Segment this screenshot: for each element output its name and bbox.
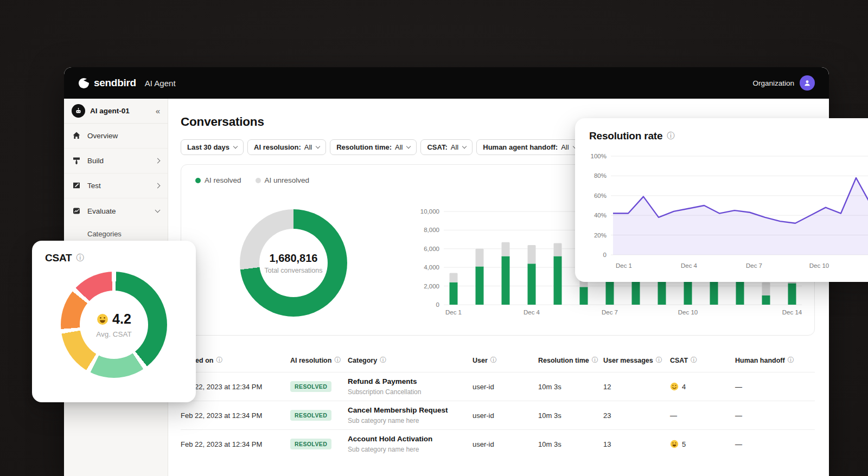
column-header-csat: CSATⓘ (670, 356, 735, 365)
filter-resolution-time[interactable]: Resolution time:All (330, 139, 417, 155)
table-row[interactable]: Feb 22, 2023 at 12:34 PMRESOLVEDCancel M… (181, 401, 815, 429)
filter-label: Resolution time: (336, 143, 392, 151)
chevron-right-icon (155, 183, 161, 189)
home-icon (72, 131, 81, 140)
cell-category: Cancel Membership Request (348, 406, 473, 414)
sidebar-collapse-icon[interactable]: « (156, 106, 160, 115)
cell-csat: 4 (682, 383, 686, 391)
filter-value: All (304, 143, 312, 151)
csat-card-title: CSAT (45, 252, 72, 264)
resolution-rate-title: Resolution rate (589, 130, 662, 142)
cell-user: user-id (473, 411, 538, 420)
filter-value: All (451, 143, 458, 151)
status-badge: RESOLVED (290, 410, 331, 421)
info-icon[interactable]: ⓘ (490, 356, 497, 365)
svg-text:2,000: 2,000 (424, 283, 439, 290)
column-header-label: User (473, 357, 488, 364)
filter-value: All (561, 143, 569, 151)
cell-user-messages: 13 (603, 440, 670, 448)
cell-closed-on: Feb 22, 2023 at 12:34 PM (181, 440, 290, 448)
filter-last-30-days[interactable]: Last 30 days (181, 139, 244, 155)
svg-text:Dec 4: Dec 4 (681, 262, 698, 269)
cell-subcategory: Subscription Cancellation (348, 388, 473, 396)
svg-text:10,000: 10,000 (420, 208, 439, 215)
svg-text:Dec 10: Dec 10 (809, 262, 829, 269)
legend-ai-resolved[interactable]: AI resolved (195, 176, 241, 184)
top-navbar: sendbird AI Agent Organization (64, 67, 829, 99)
sidebar-subitem-label: Categories (87, 230, 122, 238)
column-header-category: Categoryⓘ (348, 356, 473, 365)
filter-ai-resolusion[interactable]: AI resolusion:All (247, 139, 326, 155)
chevron-down-icon (233, 144, 238, 149)
resolution-rate-card: Resolution rate ⓘ 100%80%60%40%20%0Dec 1… (575, 118, 868, 282)
sidebar-item-build[interactable]: Build (64, 149, 168, 173)
svg-text:0: 0 (603, 252, 607, 258)
svg-text:Dec 14: Dec 14 (782, 309, 802, 316)
sidebar-item-test[interactable]: Test (64, 173, 168, 198)
total-conversations-value: 1,680,816 (270, 252, 318, 265)
cell-user: user-id (473, 383, 538, 391)
agent-robot-icon (72, 104, 85, 118)
cell-human-handoff: — (735, 440, 815, 448)
filter-value: All (395, 143, 403, 151)
resolution-rate-info-icon[interactable]: ⓘ (667, 131, 674, 141)
csat-info-icon[interactable]: ⓘ (76, 253, 84, 263)
info-icon[interactable]: ⓘ (788, 356, 794, 365)
svg-text:20%: 20% (594, 232, 607, 239)
build-icon (72, 156, 81, 165)
chevron-down-icon (155, 208, 161, 213)
sidebar-item-evaluate[interactable]: Evaluate (64, 198, 168, 223)
info-icon[interactable]: ⓘ (592, 356, 598, 365)
cell-closed-on: Feb 22, 2023 at 12:34 PM (181, 411, 290, 420)
cell-human-handoff: — (735, 383, 815, 391)
svg-text:Dec 7: Dec 7 (602, 309, 618, 316)
sidebar-item-label: Test (87, 182, 101, 190)
column-header-ai-resolution: AI resolutionⓘ (290, 356, 348, 365)
evaluate-icon (72, 207, 81, 216)
svg-text:Dec 1: Dec 1 (445, 309, 462, 316)
csat-average-caption: Avg. CSAT (96, 330, 132, 338)
filter-label: Human agent handoff: (483, 143, 558, 151)
csat-donut: 4.2 Avg. CSAT (61, 272, 167, 378)
column-header-label: Resolution time (538, 357, 589, 364)
svg-text:Dec 1: Dec 1 (616, 262, 632, 269)
cell-user-messages: 23 (603, 411, 670, 420)
column-header-label: Human handoff (735, 357, 785, 364)
legend-ai-unresolved[interactable]: AI unresolved (256, 176, 310, 184)
cell-csat: — (670, 411, 735, 420)
user-avatar[interactable] (800, 75, 815, 91)
info-icon[interactable]: ⓘ (691, 356, 697, 365)
column-header-label: CSAT (670, 357, 688, 364)
agent-selector[interactable]: AI agent-01 « (64, 99, 168, 124)
csat-card: CSAT ⓘ 4.2 Avg. CSAT (32, 241, 196, 402)
svg-text:100%: 100% (591, 153, 607, 159)
cell-closed-on: Feb 22, 2023 at 12:34 PM (181, 383, 290, 391)
product-name: AI Agent (145, 79, 176, 88)
column-header-user: Userⓘ (473, 356, 538, 365)
info-icon[interactable]: ⓘ (380, 356, 386, 365)
filter-label: AI resolusion: (254, 143, 301, 151)
table-row[interactable]: Feb 22, 2023 at 12:34 PMRESOLVEDAccount … (181, 429, 815, 458)
chevron-right-icon (155, 158, 161, 164)
info-icon[interactable]: ⓘ (334, 356, 341, 365)
table-row[interactable]: Feb 22, 2023 at 12:34 PMRESOLVEDRefund &… (181, 372, 815, 401)
cell-human-handoff: — (735, 411, 815, 420)
csat-emoji-icon (670, 382, 679, 391)
filter-label: CSAT: (427, 143, 447, 151)
filter-csat[interactable]: CSAT:All (420, 139, 473, 155)
info-icon[interactable]: ⓘ (216, 356, 222, 365)
sidebar-item-label: Overview (87, 132, 118, 140)
info-icon[interactable]: ⓘ (656, 356, 662, 365)
resolution-rate-line-chart: 100%80%60%40%20%0Dec 1Dec 4Dec 7Dec 10 (589, 149, 868, 279)
chart-legend: AI resolvedAI unresolved (195, 176, 309, 184)
column-header-user-messages: User messagesⓘ (603, 356, 670, 365)
cell-category: Refund & Payments (348, 377, 473, 385)
cell-subcategory: Sub category name here (348, 417, 473, 424)
total-conversations-donut: 1,680,816 Total conversations (240, 209, 347, 317)
csat-emoji-icon (670, 440, 679, 448)
brand: sendbird AI Agent (78, 77, 176, 89)
filter-human-agent-handoff[interactable]: Human agent handoff:All (476, 139, 583, 155)
sidebar-item-overview[interactable]: Overview (64, 124, 168, 149)
organization-label[interactable]: Organization (752, 79, 794, 87)
sidebar-item-label: Build (87, 157, 104, 165)
